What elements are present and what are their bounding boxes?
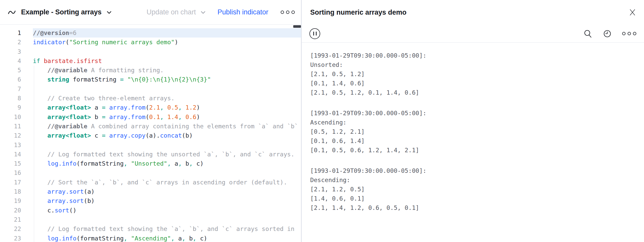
line-number: 18 xyxy=(0,187,21,196)
log-line: [1993-01-29T09:30:00.000-05:00]: xyxy=(310,109,639,118)
log-line: [0.1, 0.6, 1.4] xyxy=(310,136,639,146)
line-number: 11 xyxy=(0,122,21,131)
logs-toolbar-actions xyxy=(573,29,636,38)
code-line[interactable]: 12 array<float> c = array.copy(a).concat… xyxy=(0,131,301,140)
code-line[interactable]: 18 array.sort(a) xyxy=(0,187,301,196)
line-number: 23 xyxy=(0,234,21,242)
search-icon[interactable] xyxy=(583,29,592,38)
script-title: Example - Sorting arrays xyxy=(21,8,101,16)
line-number: 20 xyxy=(0,206,21,215)
editor-header: Example - Sorting arrays Update on chart… xyxy=(0,0,301,25)
line-number: 10 xyxy=(0,112,21,122)
code-text: log.info(formatString, "Ascending", a, b… xyxy=(33,234,207,242)
code-text: // Create two three-element arrays. xyxy=(33,94,175,103)
code-line[interactable]: 2indicator("Sorting numeric arrays demo"… xyxy=(0,38,301,47)
log-output: [1993-01-29T09:30:00.000-05:00]:Unsorted… xyxy=(310,51,639,224)
log-line: [1.4, 0.6, 0.1] xyxy=(310,194,639,203)
code-line[interactable]: 20 c.sort() xyxy=(0,206,301,215)
line-number: 3 xyxy=(0,47,21,56)
code-text: //@version=6 xyxy=(33,28,77,38)
log-line: Ascending: xyxy=(310,118,639,127)
close-icon[interactable] xyxy=(629,8,636,16)
code-line[interactable]: 23 log.info(formatString, "Ascending", a… xyxy=(0,234,301,242)
code-line[interactable]: 21 xyxy=(0,215,301,224)
line-number: 19 xyxy=(0,196,21,205)
code-line[interactable]: 16 xyxy=(0,168,301,177)
code-text: array.sort(a) xyxy=(33,187,95,196)
code-text: c.sort() xyxy=(33,206,77,215)
script-title-menu[interactable]: Example - Sorting arrays xyxy=(8,8,112,16)
logs-header: Sorting numeric arrays demo xyxy=(302,0,644,25)
line-number: 6 xyxy=(0,75,21,84)
log-line: [0.1, 0.5, 0.6, 1.2, 1.4, 2.1] xyxy=(310,146,639,155)
log-line: [0.5, 1.2, 2.1] xyxy=(310,127,639,136)
code-line[interactable]: 5 //@variable A formatting string. xyxy=(0,66,301,75)
update-on-chart-label: Update on chart xyxy=(147,8,196,16)
code-line[interactable]: 7 xyxy=(0,84,301,94)
code-text: // Log formatted text showing the `a`, `… xyxy=(33,224,295,234)
code-text: // Sort the `a`, `b`, and `c` arrays in … xyxy=(33,178,287,187)
code-text: log.info(formatString, "Unsorted", a, b,… xyxy=(33,159,204,168)
log-line: [0.1, 1.4, 0.6] xyxy=(310,79,639,88)
code-text: array<float> b = array.from(0.1, 1.4, 0.… xyxy=(33,112,200,122)
publish-indicator-button[interactable]: Publish indicator xyxy=(217,8,268,16)
indicator-wave-icon xyxy=(8,9,17,15)
line-number: 16 xyxy=(0,168,21,177)
code-text: array<float> c = array.copy(a).concat(b) xyxy=(33,131,193,140)
code-lines: 1//@version=62indicator("Sorting numeric… xyxy=(0,28,301,242)
line-number: 17 xyxy=(0,178,21,187)
editor-header-actions: Update on chart Publish indicator xyxy=(147,8,295,16)
code-line[interactable]: 17 // Sort the `a`, `b`, and `c` arrays … xyxy=(0,178,301,187)
code-line[interactable]: 13 xyxy=(0,140,301,150)
log-line: [1993-01-29T09:30:00.000-05:00]: xyxy=(310,51,639,60)
line-number: 22 xyxy=(0,224,21,234)
code-line[interactable]: 1//@version=6 xyxy=(0,28,301,38)
line-number: 4 xyxy=(0,56,21,66)
line-number: 13 xyxy=(0,140,21,150)
code-line[interactable]: 3 xyxy=(0,47,301,56)
code-text: string formatString = "\n{0}:\n{1}\n{2}\… xyxy=(33,75,211,84)
log-block: [1993-01-29T09:30:00.000-05:00]:Ascendin… xyxy=(310,109,639,155)
code-text: array.sort(b) xyxy=(33,196,95,205)
code-line[interactable]: 19 array.sort(b) xyxy=(0,196,301,205)
code-text: if barstate.isfirst xyxy=(33,56,102,66)
code-text: array<float> a = array.from(2.1, 0.5, 1.… xyxy=(33,103,200,112)
chevron-down-icon xyxy=(201,11,206,14)
code-line[interactable]: 14 // Log formatted text showing the uns… xyxy=(0,150,301,159)
log-line: [2.1, 1.4, 1.2, 0.6, 0.5, 0.1] xyxy=(310,203,639,212)
code-line[interactable]: 22 // Log formatted text showing the `a`… xyxy=(0,224,301,234)
editor-scrollbar-thumb[interactable] xyxy=(293,25,301,28)
line-number: 14 xyxy=(0,150,21,159)
history-clock-icon[interactable] xyxy=(603,29,612,38)
code-text: // Log formatted text showing the unsort… xyxy=(33,150,295,159)
code-line[interactable]: 4if barstate.isfirst xyxy=(0,56,301,66)
line-number: 21 xyxy=(0,215,21,224)
code-line[interactable]: 6 string formatString = "\n{0}:\n{1}\n{2… xyxy=(0,75,301,84)
log-block: [1993-01-29T09:30:00.000-05:00]:Descendi… xyxy=(310,166,639,212)
update-on-chart-button[interactable]: Update on chart xyxy=(147,8,206,16)
code-text: //@variable A combined array containing … xyxy=(33,122,298,131)
line-number: 8 xyxy=(0,94,21,103)
line-number: 15 xyxy=(0,159,21,168)
code-editor[interactable]: 1//@version=62indicator("Sorting numeric… xyxy=(0,25,301,242)
line-number: 5 xyxy=(0,66,21,75)
log-line: [1993-01-29T09:30:00.000-05:00]: xyxy=(310,166,639,175)
code-line[interactable]: 11 //@variable A combined array containi… xyxy=(0,122,301,131)
more-options-icon[interactable] xyxy=(281,11,295,14)
more-options-icon[interactable] xyxy=(622,32,636,35)
log-block: [1993-01-29T09:30:00.000-05:00]:Unsorted… xyxy=(310,51,639,97)
log-line: Unsorted: xyxy=(310,60,639,69)
pause-icon[interactable] xyxy=(309,28,320,39)
code-text: //@variable A formatting string. xyxy=(33,66,164,75)
log-line: [2.1, 1.2, 0.5] xyxy=(310,185,639,194)
chevron-down-icon[interactable] xyxy=(107,11,112,14)
line-number: 2 xyxy=(0,38,21,47)
log-line: [2.1, 0.5, 1.2, 0.1, 1.4, 0.6] xyxy=(310,88,639,97)
code-line[interactable]: 10 array<float> b = array.from(0.1, 1.4,… xyxy=(0,112,301,122)
code-line[interactable]: 9 array<float> a = array.from(2.1, 0.5, … xyxy=(0,103,301,112)
code-line[interactable]: 8 // Create two three-element arrays. xyxy=(0,94,301,103)
code-line[interactable]: 15 log.info(formatString, "Unsorted", a,… xyxy=(0,159,301,168)
code-text: indicator("Sorting numeric arrays demo") xyxy=(33,38,178,47)
log-line: [2.1, 0.5, 1.2] xyxy=(310,69,639,79)
logs-toolbar xyxy=(302,25,644,43)
